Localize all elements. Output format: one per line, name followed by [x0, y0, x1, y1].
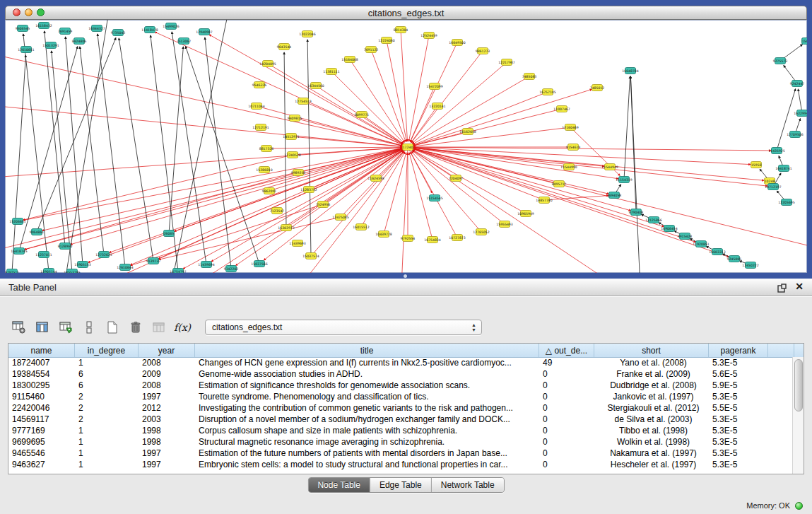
graph-edge[interactable]	[408, 147, 767, 186]
graph-node[interactable]: 7485012	[590, 85, 605, 91]
graph-node[interactable]: 10711044	[248, 103, 264, 110]
graph-node[interactable]: 10712197	[765, 184, 781, 190]
graph-node[interactable]: 12217987	[498, 59, 514, 66]
graph-edge[interactable]	[413, 132, 468, 146]
graph-node[interactable]: 11544949	[601, 164, 618, 170]
table-cell[interactable]: 2	[75, 403, 139, 413]
table-cell[interactable]: 1998	[139, 426, 195, 436]
graph-node[interactable]: 15472099	[426, 83, 442, 90]
table-cell[interactable]: 1	[75, 426, 139, 436]
graph-node[interactable]: 12524459	[420, 33, 437, 39]
graph-node[interactable]: 15286810	[256, 167, 272, 173]
table-cell[interactable]: 22420046	[8, 403, 75, 413]
graph-node[interactable]: 7485083	[522, 74, 537, 80]
graph-node[interactable]: 11439693	[289, 240, 305, 247]
graph-node[interactable]: 7691459	[58, 28, 73, 35]
graph-edge[interactable]	[401, 147, 408, 273]
table-cell[interactable]: Genome-wide association studies in ADHD.	[195, 369, 539, 379]
table-cell[interactable]: 49	[539, 358, 594, 368]
table-row[interactable]: 1938455462009Genome-wide association stu…	[8, 368, 793, 380]
table-cell[interactable]: 6	[75, 369, 139, 379]
graph-node[interactable]: 16648784	[622, 68, 638, 74]
table-cell[interactable]: 0	[539, 460, 594, 469]
graph-node[interactable]: 11418478	[141, 27, 158, 33]
table-cell[interactable]: 1	[75, 437, 139, 447]
graph-node[interactable]: 11439694	[198, 262, 214, 268]
graph-edge[interactable]	[12, 55, 25, 272]
graph-edge[interactable]	[167, 20, 230, 273]
graph-node[interactable]: 12205695	[778, 199, 794, 206]
table-cell[interactable]: Wolkin et al. (1998)	[594, 437, 709, 447]
import-table-button[interactable]	[55, 317, 76, 337]
graph-node[interactable]: 9546326	[252, 82, 267, 88]
table-cell[interactable]: 5.3E-5	[709, 426, 768, 436]
table-cell[interactable]: Structural magnetic resonance image aver…	[195, 437, 539, 447]
graph-node[interactable]: 9245005	[727, 256, 742, 262]
graph-node[interactable]: 16754797	[170, 269, 186, 274]
graph-node[interactable]: 12610651	[18, 47, 34, 53]
table-cell[interactable]: 5.3E-5	[709, 460, 768, 469]
table-cell[interactable]: 2012	[139, 403, 195, 413]
graph-node[interactable]: 15164068	[341, 57, 358, 63]
graph-node[interactable]: 12940907	[196, 29, 212, 35]
graph-node[interactable]: 16344560	[307, 83, 324, 89]
graph-node[interactable]: 12610644	[117, 264, 133, 271]
column-header-name[interactable]: name	[8, 344, 75, 357]
graph-node[interactable]: 9154619	[566, 144, 581, 151]
table-cell[interactable]: Hescheler et al. (1997)	[594, 460, 709, 469]
column-header-title[interactable]: title	[195, 344, 539, 357]
graph-node[interactable]: 7524956	[316, 201, 331, 208]
graph-node[interactable]: 8095717	[552, 181, 567, 187]
table-cell[interactable]: Changes of HCN gene expression and I(f) …	[195, 358, 539, 368]
graph-node[interactable]: 9915428	[678, 233, 693, 240]
float-window-icon[interactable]	[777, 283, 787, 292]
graph-node[interactable]: 8824806	[72, 38, 87, 45]
table-cell[interactable]: 5.3E-5	[709, 414, 768, 424]
close-panel-icon[interactable]: ✕	[795, 281, 804, 292]
table-row[interactable]: 946554611997Estimation of the future num…	[8, 448, 793, 459]
table-row[interactable]: 977716911998Corpus callosum shape and si…	[8, 425, 793, 436]
graph-edge[interactable]	[172, 32, 206, 264]
graph-node[interactable]: 7691122	[364, 47, 379, 53]
table-cell[interactable]: 9115460	[8, 392, 75, 402]
table-cell[interactable]: 1	[75, 358, 139, 368]
graph-node[interactable]: 11920851	[693, 241, 709, 247]
graph-edge[interactable]	[284, 52, 286, 228]
graph-node[interactable]: 9409815	[288, 115, 302, 122]
table-cell[interactable]: 1	[75, 460, 139, 469]
tab-edge-table[interactable]: Edge Table	[370, 478, 432, 492]
graph-edge[interactable]	[624, 76, 630, 180]
graph-edge[interactable]	[413, 92, 548, 145]
graph-node[interactable]: 9643544	[277, 44, 292, 50]
table-cell[interactable]: 5.6E-5	[709, 369, 768, 379]
graph-node[interactable]: 9792554	[401, 235, 416, 242]
graph-edge[interactable]	[777, 89, 796, 151]
graph-node[interactable]: 12754519	[295, 98, 311, 105]
graph-edge[interactable]	[630, 76, 641, 273]
table-cell[interactable]: Estimation of significance thresholds fo…	[195, 380, 539, 390]
table-cell[interactable]: 6	[75, 380, 139, 390]
graph-node[interactable]: 7204097	[449, 175, 464, 182]
graph-node[interactable]: 15905144	[40, 269, 57, 274]
graph-node[interactable]: 9064861	[30, 229, 45, 235]
graph-node[interactable]: 12709506	[787, 132, 803, 138]
graph-edge[interactable]	[387, 40, 406, 141]
graph-edge[interactable]	[25, 147, 408, 250]
table-cell[interactable]: 14569117	[8, 414, 75, 424]
network-window-titlebar[interactable]: citations_edges.txt	[5, 6, 807, 20]
table-cell[interactable]: Estimation of the future numbers of pati…	[195, 448, 539, 458]
graph-node[interactable]: 9862091	[262, 188, 277, 194]
graph-node[interactable]: 10553785	[64, 269, 80, 274]
table-row[interactable]: 1456911722003Disruption of a novel membe…	[8, 414, 793, 425]
graph-node[interactable]: 16229943	[794, 110, 807, 117]
graph-node[interactable]: 9242447	[790, 81, 805, 87]
table-cell[interactable]: 1997	[139, 460, 195, 469]
table-cell[interactable]: 5.3E-5	[709, 358, 768, 368]
graph-node[interactable]: 9861273	[476, 48, 490, 54]
graph-node[interactable]: 15037566	[251, 261, 267, 267]
graph-node[interactable]: 11381111	[323, 69, 339, 75]
rows-button[interactable]	[78, 317, 100, 337]
table-cell[interactable]: 5.3E-5	[709, 448, 768, 458]
graph-edge[interactable]	[183, 147, 408, 269]
graph-edge[interactable]	[23, 34, 49, 271]
